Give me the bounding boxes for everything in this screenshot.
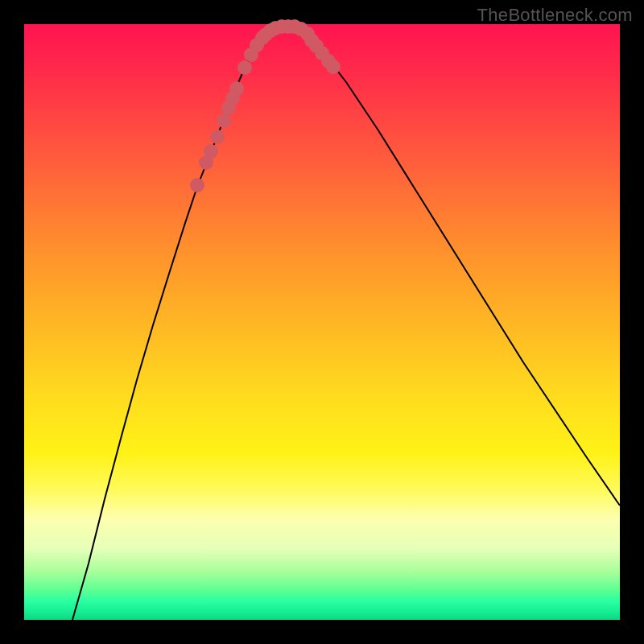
curve-marker <box>217 114 231 128</box>
bottleneck-curve <box>72 27 620 620</box>
curve-marker <box>326 60 341 74</box>
watermark-label: TheBottleneck.com <box>477 5 633 26</box>
curve-marker <box>190 178 204 192</box>
curve-marker <box>204 144 218 159</box>
chart-overlay <box>24 24 620 620</box>
curve-marker <box>210 130 225 144</box>
curve-marker <box>229 81 244 96</box>
curve-marker <box>237 60 252 75</box>
